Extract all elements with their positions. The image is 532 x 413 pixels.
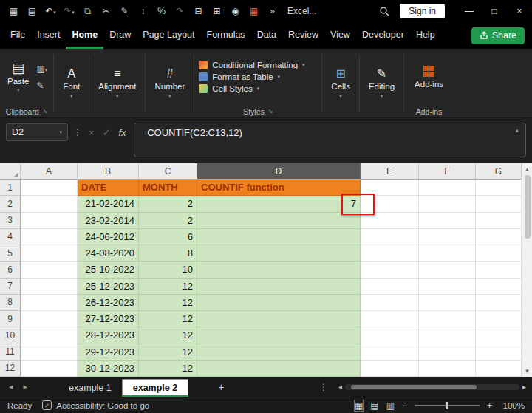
column-header-A[interactable]: A [21, 163, 78, 180]
cell-A5[interactable] [21, 245, 78, 262]
editing-group-button[interactable]: ✎ Editing ▾ [360, 49, 403, 117]
cell-F3[interactable] [419, 213, 476, 229]
cell-C8[interactable]: 12 [139, 295, 197, 311]
row-header-6[interactable]: 6 [0, 262, 21, 278]
cell-D8[interactable] [197, 295, 361, 311]
zoom-slider-thumb[interactable] [446, 402, 448, 409]
menu-tab-help[interactable]: Help [410, 22, 441, 49]
cell-G4[interactable] [476, 229, 522, 245]
cell-B7[interactable]: 25-12-2023 [78, 279, 139, 295]
cell-B10[interactable]: 28-12-2023 [78, 327, 139, 344]
row-header-1[interactable]: 1 [0, 180, 21, 196]
dialog-launcher-icon[interactable]: ↘ [268, 108, 273, 115]
cell-D12[interactable] [197, 361, 361, 377]
cancel-icon[interactable]: × [87, 127, 96, 138]
cell-C12[interactable]: 12 [139, 361, 197, 377]
sign-in-button[interactable]: Sign in [400, 4, 445, 18]
cell-D4[interactable] [197, 229, 361, 245]
menu-tab-page-layout[interactable]: Page Layout [137, 22, 200, 49]
cell-D6[interactable] [197, 262, 361, 278]
cell-C9[interactable]: 12 [139, 311, 197, 327]
column-header-F[interactable]: F [419, 163, 476, 180]
cell-G11[interactable] [476, 344, 522, 361]
cell-B1[interactable]: DATE [78, 180, 139, 196]
cell-F9[interactable] [419, 311, 476, 327]
cell-G3[interactable] [476, 213, 522, 229]
tab-overflow-icon[interactable]: ⋮ [319, 382, 338, 392]
zoom-in-button[interactable]: + [487, 400, 492, 411]
cell-E5[interactable] [361, 245, 419, 262]
menu-tab-review[interactable]: Review [282, 22, 324, 49]
paste-button[interactable]: ▤ Paste ▾ [0, 61, 36, 93]
normal-view-icon[interactable]: ▦ [355, 400, 363, 411]
scroll-up-icon[interactable]: ▲ [525, 163, 531, 175]
cell-C7[interactable]: 12 [139, 279, 197, 295]
cell-F11[interactable] [419, 344, 476, 361]
sheet-tab-example-2[interactable]: example 2 [122, 379, 188, 397]
cell-C2[interactable]: 2 [139, 196, 197, 212]
scroll-down-icon[interactable]: ▼ [525, 365, 531, 377]
cell-A3[interactable] [21, 213, 78, 229]
formula-input[interactable]: =COUNTIF(C2:C13,12) ▴ [134, 123, 526, 157]
cell-E4[interactable] [361, 229, 419, 245]
maximize-button[interactable]: □ [482, 0, 507, 22]
column-header-G[interactable]: G [476, 163, 522, 180]
cell-C3[interactable]: 2 [139, 213, 197, 229]
cell-G10[interactable] [476, 327, 522, 344]
cell-D3[interactable] [197, 213, 361, 229]
menu-tab-developer[interactable]: Developer [356, 22, 410, 49]
row-header-7[interactable]: 7 [0, 279, 21, 295]
cell-B3[interactable]: 23-02-2014 [78, 213, 139, 229]
cell-F7[interactable] [419, 279, 476, 295]
cell-D11[interactable] [197, 344, 361, 361]
cell-D10[interactable] [197, 327, 361, 344]
cell-F5[interactable] [419, 245, 476, 262]
cell-B8[interactable]: 26-12-2023 [78, 295, 139, 311]
camera-icon[interactable]: ◉ [226, 6, 245, 16]
accessibility-icon[interactable]: ✓ [42, 400, 52, 410]
cells-group-button[interactable]: ⊞ Cells ▾ [322, 49, 359, 117]
format-painter-icon[interactable]: ✎ [36, 81, 47, 91]
cell-C4[interactable]: 6 [139, 229, 197, 245]
cell-E7[interactable] [361, 279, 419, 295]
cell-C1[interactable]: MONTH [139, 180, 197, 196]
cell-B6[interactable]: 25-10-2022 [78, 262, 139, 278]
row-header-5[interactable]: 5 [0, 245, 21, 262]
styles-item-format-as-table[interactable]: Format as Table▾ [199, 72, 321, 81]
percent-icon[interactable]: % [152, 6, 171, 16]
sheet-tab-example-1[interactable]: example 1 [58, 379, 122, 397]
cell-A9[interactable] [21, 311, 78, 327]
horizontal-scrollbar-thumb[interactable] [351, 385, 477, 389]
cell-F1[interactable] [419, 180, 476, 196]
cell-E8[interactable] [361, 295, 419, 311]
select-all-corner[interactable] [0, 163, 21, 180]
menu-tab-home[interactable]: Home [66, 22, 103, 49]
scroll-right-icon[interactable]: ▸ [522, 383, 526, 391]
undo-icon[interactable]: ↶▾ [41, 6, 60, 16]
column-header-C[interactable]: C [139, 163, 197, 180]
store-icon[interactable]: ▦ [245, 6, 263, 16]
cell-D9[interactable] [197, 311, 361, 327]
overflow-icon[interactable]: » [263, 6, 282, 16]
cell-A4[interactable] [21, 229, 78, 245]
cell-E9[interactable] [361, 311, 419, 327]
vertical-scrollbar[interactable]: ▲ ▼ [522, 163, 532, 377]
cell-B11[interactable]: 29-12-2023 [78, 344, 139, 361]
format-painter-icon[interactable]: ✎ [115, 6, 134, 16]
cell-G6[interactable] [476, 262, 522, 278]
styles-item-cell-styles[interactable]: Cell Styles▾ [199, 84, 321, 93]
cell-G5[interactable] [476, 245, 522, 262]
cell-D1[interactable]: COUNTIF function [197, 180, 361, 196]
scroll-left-icon[interactable]: ◂ [338, 383, 342, 391]
save-icon[interactable]: ▤ [23, 6, 41, 16]
cell-C11[interactable]: 12 [139, 344, 197, 361]
row-header-10[interactable]: 10 [0, 327, 21, 344]
addins-icon[interactable] [423, 66, 434, 77]
menu-tab-view[interactable]: View [324, 22, 356, 49]
cell-E10[interactable] [361, 327, 419, 344]
styles-item-conditional-formatting[interactable]: Conditional Formatting▾ [199, 61, 321, 69]
row-header-2[interactable]: 2 [0, 196, 21, 212]
column-header-D[interactable]: D [197, 163, 361, 180]
sheet-nav-right-icon[interactable]: ▸ [24, 382, 28, 392]
number-group-button[interactable]: # Number ▾ [146, 49, 194, 117]
